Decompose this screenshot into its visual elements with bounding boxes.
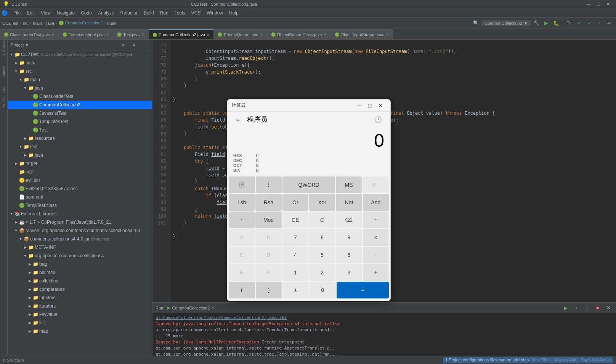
calc-1-btn[interactable]: 1 bbox=[282, 264, 308, 281]
tree-keyvalue[interactable]: ▶ 📁 keyvalue bbox=[8, 310, 152, 319]
calc-maximize-btn[interactable]: □ bbox=[364, 100, 375, 111]
maximize-btn[interactable]: □ bbox=[594, 0, 603, 9]
calc-ce-btn[interactable]: CE bbox=[282, 212, 308, 228]
collapse-btn[interactable]: — bbox=[140, 40, 149, 50]
run-up-btn[interactable]: ↑ bbox=[572, 303, 581, 313]
tab-test[interactable]: 🟢 Test.java ✕ bbox=[113, 29, 148, 39]
run-config-selector[interactable]: CommonCollection2 ▼ bbox=[481, 20, 531, 26]
tab-commoncollection2[interactable]: 🟢 CommonCollection2.java ✕ bbox=[149, 29, 214, 39]
calc-9-btn[interactable]: 9 bbox=[336, 229, 362, 246]
run-stop-btn[interactable]: ■ bbox=[593, 303, 602, 313]
minimize-btn[interactable]: ─ bbox=[584, 0, 593, 9]
tree-maven-cc4[interactable]: ▼ 📦 Maven: org.apache.commons:commons-co… bbox=[8, 226, 152, 235]
menu-help[interactable]: Help bbox=[226, 8, 242, 18]
tree-evilbin[interactable]: 🟡 evil.bin bbox=[8, 176, 152, 184]
calc-divide-btn[interactable]: ÷ bbox=[363, 212, 389, 228]
tree-classloadertest[interactable]: 🟢 ClassLoaderTest bbox=[8, 92, 152, 101]
calc-closeparen-btn[interactable]: ) bbox=[256, 282, 282, 298]
calc-c-btn[interactable]: C bbox=[309, 212, 335, 228]
run-btn[interactable]: ▶ bbox=[542, 19, 551, 28]
tree-evilclass[interactable]: 🟢 Evil2600213235587.class bbox=[8, 184, 152, 193]
tab-objectinputstream[interactable]: 🟢 ObjectInputStream.java ✕ bbox=[331, 29, 393, 39]
tree-cc4-jar[interactable]: ▼ 📦 commons-collections4-4.0.jar library… bbox=[8, 235, 152, 243]
tab-objectstreamclass[interactable]: 🟢 ObjectStreamClass.java ✕ bbox=[267, 29, 331, 39]
tree-bag[interactable]: ▶ 📁 bag bbox=[8, 260, 152, 268]
tab-classloadertest[interactable]: 🟢 ClassLoaderTest.java ✕ bbox=[0, 29, 59, 39]
tree-temptest[interactable]: 🟢 TempTest.class bbox=[8, 201, 152, 210]
menu-build[interactable]: Build bbox=[141, 8, 157, 18]
menu-code[interactable]: Code bbox=[78, 8, 95, 18]
tree-extlibs[interactable]: ▼ 📚 External Libraries bbox=[8, 210, 152, 218]
calc-6-btn[interactable]: 6 bbox=[336, 247, 362, 263]
tree-bidimap[interactable]: ▶ 📁 bidimap bbox=[8, 268, 152, 277]
tree-iterators[interactable]: ▶ 📁 iterators bbox=[8, 302, 152, 310]
menu-run[interactable]: Run bbox=[157, 8, 172, 18]
tree-jdk[interactable]: ▶ ☕ < 1.7 > C:\Program Files\Java\jdk1.7… bbox=[8, 218, 152, 226]
calc-plus-btn[interactable]: + bbox=[363, 264, 389, 281]
calc-m-btn[interactable]: M⁺ bbox=[363, 176, 389, 193]
tab-close-classloadertest[interactable]: ✕ bbox=[51, 32, 55, 37]
calc-b-btn[interactable]: B bbox=[255, 229, 281, 246]
calc-c-hex-btn[interactable]: C bbox=[229, 247, 255, 263]
calc-3-btn[interactable]: 3 bbox=[336, 264, 362, 281]
commit-icon[interactable]: Commit bbox=[2, 66, 6, 77]
tree-test-java[interactable]: ▶ 📁 java bbox=[8, 151, 152, 159]
tree-resources[interactable]: ▶ 📁 resources bbox=[8, 134, 152, 143]
build-btn[interactable]: 🔨 bbox=[532, 19, 541, 28]
calc-multiply-btn[interactable]: × bbox=[363, 229, 389, 246]
calc-lsh-btn[interactable]: Lsh bbox=[229, 194, 255, 211]
always-add-link[interactable]: Always Add bbox=[555, 358, 576, 362]
tree-cc2test[interactable]: ▼ 📁 CC2Test C:\Users\dell\Downloads\ysos… bbox=[8, 50, 152, 59]
search-everywhere-btn[interactable]: 🔍 bbox=[472, 19, 481, 28]
tree-main[interactable]: ▼ 📁 main bbox=[8, 75, 152, 84]
scope-btn[interactable]: ⊕ bbox=[119, 40, 128, 50]
calc-hamburger-btn[interactable]: ≡ bbox=[232, 113, 244, 125]
menu-window[interactable]: Window bbox=[204, 8, 226, 18]
tab-close-test[interactable]: ✕ bbox=[141, 32, 144, 37]
pull-requests-icon[interactable]: Pull Requests bbox=[2, 87, 6, 109]
calc-or-btn[interactable]: Or bbox=[282, 194, 308, 211]
dont-ask-link[interactable]: Don't Ask Again bbox=[581, 358, 610, 362]
calc-history-btn[interactable]: 🕐 bbox=[372, 113, 384, 125]
tree-templatestest[interactable]: 🟢 TemplatesTest bbox=[8, 117, 152, 126]
menu-tools[interactable]: Tools bbox=[172, 8, 188, 18]
view-files-link[interactable]: View Files bbox=[531, 358, 550, 362]
calc-qword-btn[interactable]: QWORD bbox=[282, 176, 335, 193]
tab-close-run[interactable]: ✕ bbox=[211, 306, 214, 310]
tree-comparators[interactable]: ▶ 📁 comparators bbox=[8, 285, 152, 293]
calculator[interactable]: 计算器 ─ □ ✕ ≡ 程序员 🕐 0 HEX 0 DEC 0 OCT 0 BI… bbox=[227, 99, 391, 301]
calc-bits-btn[interactable]: ⁝ bbox=[256, 176, 282, 193]
tab-priorityqueue[interactable]: 🟢 PriorityQueue.java ✕ bbox=[214, 29, 267, 39]
run-play-btn[interactable]: ▶ bbox=[561, 303, 570, 313]
calc-plusminus-btn[interactable]: ± bbox=[282, 282, 309, 298]
menu-refactor[interactable]: Refactor bbox=[117, 8, 141, 18]
vcs-x-btn[interactable]: ✓ bbox=[585, 19, 594, 28]
calc-not-btn[interactable]: Not bbox=[336, 194, 362, 211]
calc-minimize-btn[interactable]: ─ bbox=[354, 100, 364, 111]
calc-ms-btn[interactable]: MS bbox=[336, 176, 362, 193]
tab-close-templatesimpl[interactable]: ✕ bbox=[106, 32, 109, 37]
calc-f-btn[interactable]: F bbox=[255, 264, 281, 281]
calc-xor-btn[interactable]: Xor bbox=[309, 194, 335, 211]
calc-mod-btn[interactable]: Mod bbox=[255, 212, 281, 228]
run-close-btn[interactable]: ✕ bbox=[604, 303, 613, 313]
tab-close-pq[interactable]: ✕ bbox=[260, 32, 263, 37]
calc-up-btn[interactable]: ↑ bbox=[229, 212, 255, 228]
calc-equals-btn[interactable]: = bbox=[337, 282, 389, 298]
gear-icon[interactable]: ⚙ bbox=[129, 40, 138, 50]
menu-navigate[interactable]: Navigate bbox=[54, 8, 78, 18]
calc-rsh-btn[interactable]: Rsh bbox=[255, 194, 281, 211]
tree-java[interactable]: ▼ 📁 java bbox=[8, 84, 152, 92]
close-btn[interactable]: ✕ bbox=[604, 0, 613, 9]
tab-close-osc[interactable]: ✕ bbox=[324, 32, 327, 37]
tree-metainf[interactable]: ▶ 📁 META-INF bbox=[8, 243, 152, 252]
bin-value[interactable]: 0 bbox=[256, 168, 384, 173]
menu-vcs[interactable]: VCS bbox=[188, 8, 204, 18]
git-btn[interactable]: Git: bbox=[565, 19, 574, 28]
calc-2-btn[interactable]: 2 bbox=[309, 264, 335, 281]
hex-value[interactable]: 0 bbox=[256, 153, 384, 158]
calc-backspace-btn[interactable]: ⌫ bbox=[336, 212, 362, 228]
tree-src[interactable]: ▼ 📁 src bbox=[8, 67, 152, 75]
vcs-check-btn[interactable]: ✓ bbox=[575, 19, 584, 28]
run-tab[interactable]: ▶ CommonCollection2 ✕ bbox=[167, 305, 214, 310]
